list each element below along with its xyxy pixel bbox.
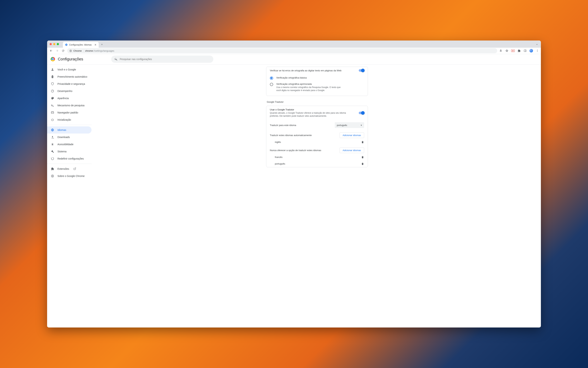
- chrome-icon: [69, 49, 72, 52]
- search-icon: [115, 57, 118, 61]
- profile-button[interactable]: [529, 49, 533, 53]
- forward-button[interactable]: [55, 49, 59, 53]
- sidebar-item-autofill[interactable]: Preenchimento automático: [47, 73, 91, 80]
- browser-toolbar: Chrome | chrome://settings/languages BH: [47, 48, 541, 54]
- radio-unchecked-icon: [270, 83, 273, 86]
- arrow-left-icon: [49, 49, 53, 52]
- plus-icon: [101, 43, 103, 46]
- chrome-logo-icon: [51, 57, 55, 61]
- sidebar-label: Desempenho: [57, 90, 72, 92]
- sidebar-item-about[interactable]: Sobre o Google Chrome: [47, 172, 91, 180]
- target-lang-label: Traduzir para este idioma: [270, 124, 296, 127]
- translate-card: Usar o Google Tradutor Quando ativado, o…: [266, 106, 368, 167]
- globe-icon: [51, 128, 54, 132]
- sidebar-label: Idiomas: [57, 129, 66, 131]
- maximize-window-button[interactable]: [57, 43, 59, 45]
- settings-header: Configurações: [47, 54, 541, 64]
- extension-badge[interactable]: BH: [511, 49, 515, 53]
- delete-auto-lang-button[interactable]: [361, 140, 364, 144]
- settings-page: Configurações Você e o Google Preenchime…: [47, 54, 541, 328]
- tab-search-button[interactable]: [535, 43, 538, 46]
- auto-translate-header: Traduzir estes idiomas automaticamente A…: [266, 130, 368, 139]
- spellcheck-toggle[interactable]: [359, 69, 364, 72]
- sidebar-item-appearance[interactable]: Aparência: [47, 95, 91, 102]
- translate-section-title: Google Tradutor: [266, 100, 368, 106]
- add-never-language-button[interactable]: Adicionar idiomas: [339, 147, 364, 153]
- side-panel-button[interactable]: [523, 49, 527, 53]
- url-path: ://settings/: [93, 49, 104, 52]
- svg-rect-2: [524, 50, 526, 52]
- sidebar-label: Aparência: [57, 97, 69, 100]
- sidebar-item-downloads[interactable]: Downloads: [47, 134, 91, 141]
- sidebar-label: Inicialização: [57, 118, 71, 121]
- sidebar-label: Extensões: [57, 167, 69, 170]
- person-icon: [51, 68, 54, 71]
- browser-tab-active[interactable]: Configurações: Idiomas ✕: [63, 42, 99, 48]
- never-lang-row: francês: [266, 154, 368, 160]
- close-tab-icon[interactable]: ✕: [94, 43, 97, 46]
- sidebar-item-accessibility[interactable]: Acessibilidade: [47, 141, 91, 148]
- delete-never-lang-button[interactable]: [361, 156, 364, 159]
- back-button[interactable]: [49, 49, 53, 53]
- sidebar-item-languages[interactable]: Idiomas: [47, 126, 91, 134]
- settings-search[interactable]: [111, 55, 213, 63]
- address-bar[interactable]: Chrome | chrome://settings/languages: [67, 48, 497, 53]
- add-auto-language-button[interactable]: Adicionar idiomas: [339, 132, 364, 138]
- settings-body: Você e o Google Preenchimento automático…: [47, 64, 541, 328]
- spellcheck-enhanced-radio[interactable]: Verificação ortográfica aprimorada Usa o…: [266, 81, 368, 93]
- sidebar-item-you-and-google[interactable]: Você e o Google: [47, 66, 91, 73]
- new-tab-button[interactable]: [99, 42, 104, 47]
- svg-point-6: [537, 51, 538, 52]
- sidebar-item-system[interactable]: Sistema: [47, 148, 91, 155]
- radio-label: Verificação ortográfica aprimorada: [276, 83, 344, 85]
- svg-point-12: [51, 175, 54, 177]
- delete-never-lang-button[interactable]: [361, 162, 364, 165]
- lang-name: português: [275, 162, 285, 165]
- radio-label: Verificação ortográfica básica: [276, 76, 307, 79]
- close-window-button[interactable]: [50, 43, 52, 45]
- sidebar-item-privacy[interactable]: Privacidade e segurança: [47, 80, 91, 87]
- extensions-button[interactable]: [517, 49, 521, 53]
- use-translate-toggle[interactable]: [359, 112, 364, 114]
- reload-button[interactable]: [61, 49, 65, 53]
- sidebar-label: Redefinir configurações: [57, 157, 84, 160]
- sidebar-item-extensions[interactable]: Extensões: [47, 165, 91, 172]
- sidebar-item-reset[interactable]: Redefinir configurações: [47, 155, 91, 162]
- puzzle-icon: [51, 167, 54, 171]
- bookmark-button[interactable]: [505, 49, 509, 53]
- sidebar-item-default-browser[interactable]: Navegador padrão: [47, 109, 91, 116]
- kebab-icon: [536, 49, 539, 52]
- sidebar-label: Sobre o Google Chrome: [57, 175, 85, 177]
- palette-icon: [51, 96, 54, 100]
- menu-button[interactable]: [535, 49, 539, 53]
- select-value: português: [337, 124, 347, 127]
- svg-point-13: [52, 175, 53, 176]
- settings-main: Verificar se há erros de ortografia ao d…: [93, 64, 541, 328]
- wrench-icon: [51, 150, 54, 153]
- svg-rect-8: [51, 112, 54, 114]
- minimize-window-button[interactable]: [53, 43, 55, 45]
- caret-down-icon: ▾: [361, 124, 362, 127]
- sidebar-item-performance[interactable]: Desempenho: [47, 87, 91, 95]
- sidebar-label: Preenchimento automático: [57, 75, 87, 78]
- spellcheck-basic-radio[interactable]: Verificação ortográfica básica: [266, 75, 368, 81]
- use-translate-row: Usar o Google Tradutor Quando ativado, o…: [266, 106, 368, 120]
- tab-title: Configurações: Idiomas: [69, 44, 92, 46]
- titlebar: Configurações: Idiomas ✕: [47, 40, 541, 48]
- panel-icon: [524, 49, 526, 52]
- sidebar-item-startup[interactable]: Inicialização: [47, 116, 91, 123]
- auto-translate-label: Traduzir estes idiomas automaticamente: [270, 134, 312, 137]
- spellcheck-toggle-row: Verificar se há erros de ortografia ao d…: [266, 67, 368, 74]
- use-translate-title: Usar o Google Tradutor: [270, 108, 352, 111]
- sidebar-label: Privacidade e segurança: [57, 83, 85, 85]
- search-input[interactable]: [120, 58, 210, 61]
- share-button[interactable]: [499, 49, 503, 53]
- sidebar-label: Mecanismo de pesquisa: [57, 104, 85, 107]
- url-scheme: chrome: [85, 49, 93, 52]
- sidebar-item-search-engine[interactable]: Mecanismo de pesquisa: [47, 102, 91, 109]
- reload-icon: [62, 49, 65, 52]
- svg-point-11: [52, 143, 53, 144]
- target-lang-select[interactable]: português ▾: [335, 122, 364, 128]
- sidebar-label: Sistema: [57, 150, 67, 153]
- url-page: languages: [104, 49, 114, 52]
